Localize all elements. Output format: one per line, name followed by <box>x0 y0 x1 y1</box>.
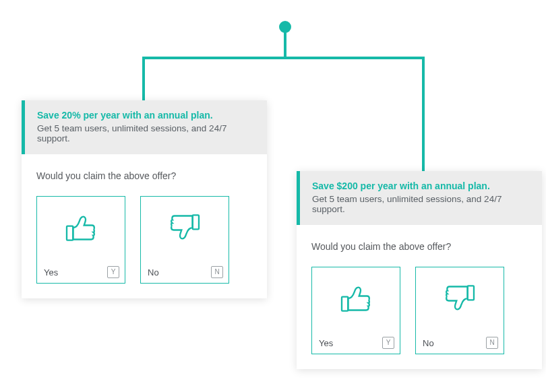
answer-yes-button[interactable]: Yes Y <box>311 267 400 354</box>
connector-bar-right <box>284 57 425 59</box>
survey-question: Would you claim the above offer? <box>36 170 252 181</box>
answer-yes-label: Yes <box>319 338 333 348</box>
variant-card-a: Save 20% per year with an annual plan. G… <box>22 100 267 298</box>
answer-no-label: No <box>423 338 434 348</box>
thumbs-up-icon <box>37 209 125 247</box>
offer-headline: Save 20% per year with an annual plan. <box>37 110 255 121</box>
offer-subtext: Get 5 team users, unlimited sessions, an… <box>37 123 255 143</box>
connector-drop-right <box>422 57 425 171</box>
shortcut-key-n: N <box>211 266 223 278</box>
answer-no-label: No <box>148 267 159 277</box>
svg-rect-1 <box>193 215 199 229</box>
connector-stem <box>284 32 286 57</box>
shortcut-key-y: Y <box>107 266 119 278</box>
answer-yes-button[interactable]: Yes Y <box>36 196 125 284</box>
answer-no-button[interactable]: No N <box>415 267 504 354</box>
offer-headline: Save $200 per year with an annual plan. <box>312 181 530 191</box>
thumbs-down-icon <box>141 209 229 247</box>
offer-banner: Save 20% per year with an annual plan. G… <box>22 100 267 154</box>
variant-card-b: Save $200 per year with an annual plan. … <box>297 171 542 369</box>
answer-no-button[interactable]: No N <box>140 196 229 284</box>
connector-bar-left <box>142 57 286 59</box>
svg-rect-2 <box>342 297 348 311</box>
offer-subtext: Get 5 team users, unlimited sessions, an… <box>312 194 530 214</box>
shortcut-key-y: Y <box>382 337 394 349</box>
connector-drop-left <box>142 57 145 100</box>
shortcut-key-n: N <box>486 337 498 349</box>
thumbs-down-icon <box>416 280 504 317</box>
thumbs-up-icon <box>312 280 400 317</box>
svg-rect-0 <box>67 226 73 240</box>
svg-rect-3 <box>468 286 474 300</box>
offer-banner: Save $200 per year with an annual plan. … <box>297 171 542 225</box>
survey-question: Would you claim the above offer? <box>311 241 527 252</box>
answer-yes-label: Yes <box>44 267 58 277</box>
root-node-icon <box>279 21 291 33</box>
